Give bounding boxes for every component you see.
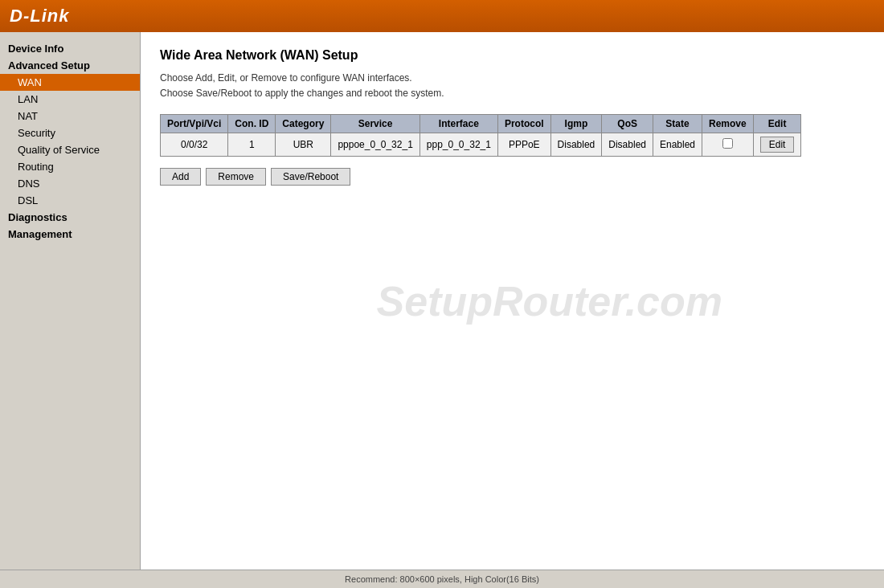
sidebar-item-wan[interactable]: WAN xyxy=(0,74,140,91)
table-row: 0/0/321UBRpppoe_0_0_32_1ppp_0_0_32_1PPPo… xyxy=(161,133,801,157)
col-header-port-vpi-vci: Port/Vpi/Vci xyxy=(161,115,228,133)
logo: D-Link xyxy=(10,6,69,27)
sidebar-item-lan[interactable]: LAN xyxy=(0,91,140,108)
sidebar-item-dns[interactable]: DNS xyxy=(0,175,140,192)
sidebar-item-qos[interactable]: Quality of Service xyxy=(0,141,140,158)
col-header-qos: QoS xyxy=(602,115,653,133)
sidebar-item-dsl[interactable]: DSL xyxy=(0,192,140,209)
cell-igmp: Disabled xyxy=(550,133,602,157)
logo-text: D-Link xyxy=(10,6,69,26)
col-header-category: Category xyxy=(276,115,331,133)
col-header-igmp: Igmp xyxy=(550,115,602,133)
cell-state: Enabled xyxy=(653,133,702,157)
header: D-Link xyxy=(0,0,884,32)
cell-port: 0/0/32 xyxy=(161,133,228,157)
sidebar-item-advanced-setup[interactable]: Advanced Setup xyxy=(0,57,140,74)
main-layout: Device InfoAdvanced SetupWANLANNATSecuri… xyxy=(0,32,884,570)
sidebar-item-security[interactable]: Security xyxy=(0,125,140,141)
cell-remove[interactable] xyxy=(702,133,754,157)
content-area: SetupRouter.com Wide Area Network (WAN) … xyxy=(141,32,884,570)
cell-qos: Disabled xyxy=(602,133,653,157)
save-reboot-button[interactable]: Save/Reboot xyxy=(271,168,350,186)
cell-category: UBR xyxy=(276,133,331,157)
col-header-remove: Remove xyxy=(702,115,754,133)
desc-line2: Choose Save/Reboot to apply the changes … xyxy=(160,86,865,101)
footer-text: Recommend: 800×600 pixels, High Color(16… xyxy=(345,574,539,584)
sidebar: Device InfoAdvanced SetupWANLANNATSecuri… xyxy=(0,32,141,570)
cell-con-id: 1 xyxy=(228,133,276,157)
cell-edit[interactable]: Edit xyxy=(753,133,801,157)
description: Choose Add, Edit, or Remove to configure… xyxy=(160,71,865,101)
col-header-con--id: Con. ID xyxy=(228,115,276,133)
table-body: 0/0/321UBRpppoe_0_0_32_1ppp_0_0_32_1PPPo… xyxy=(161,133,801,157)
sidebar-item-routing[interactable]: Routing xyxy=(0,158,140,175)
desc-line1: Choose Add, Edit, or Remove to configure… xyxy=(160,71,865,86)
add-button[interactable]: Add xyxy=(160,168,201,186)
watermark: SetupRouter.com xyxy=(377,277,723,325)
wan-table: Port/Vpi/VciCon. IDCategoryServiceInterf… xyxy=(160,114,801,157)
sidebar-item-device-info[interactable]: Device Info xyxy=(0,40,140,57)
col-header-state: State xyxy=(653,115,702,133)
footer: Recommend: 800×600 pixels, High Color(16… xyxy=(0,570,884,588)
page-title: Wide Area Network (WAN) Setup xyxy=(160,48,865,63)
col-header-protocol: Protocol xyxy=(497,115,550,133)
cell-interface: ppp_0_0_32_1 xyxy=(419,133,497,157)
table-header: Port/Vpi/VciCon. IDCategoryServiceInterf… xyxy=(161,115,801,133)
edit-button[interactable]: Edit xyxy=(760,137,795,153)
col-header-edit: Edit xyxy=(753,115,801,133)
sidebar-item-management[interactable]: Management xyxy=(0,226,140,243)
cell-service: pppoe_0_0_32_1 xyxy=(331,133,419,157)
table-header-row: Port/Vpi/VciCon. IDCategoryServiceInterf… xyxy=(161,115,801,133)
sidebar-item-nat[interactable]: NAT xyxy=(0,108,140,125)
sidebar-item-diagnostics[interactable]: Diagnostics xyxy=(0,209,140,226)
col-header-service: Service xyxy=(331,115,419,133)
remove-checkbox[interactable] xyxy=(722,138,733,149)
remove-button[interactable]: Remove xyxy=(206,168,266,186)
action-buttons: Add Remove Save/Reboot xyxy=(160,168,865,186)
cell-protocol: PPPoE xyxy=(497,133,550,157)
col-header-interface: Interface xyxy=(419,115,497,133)
